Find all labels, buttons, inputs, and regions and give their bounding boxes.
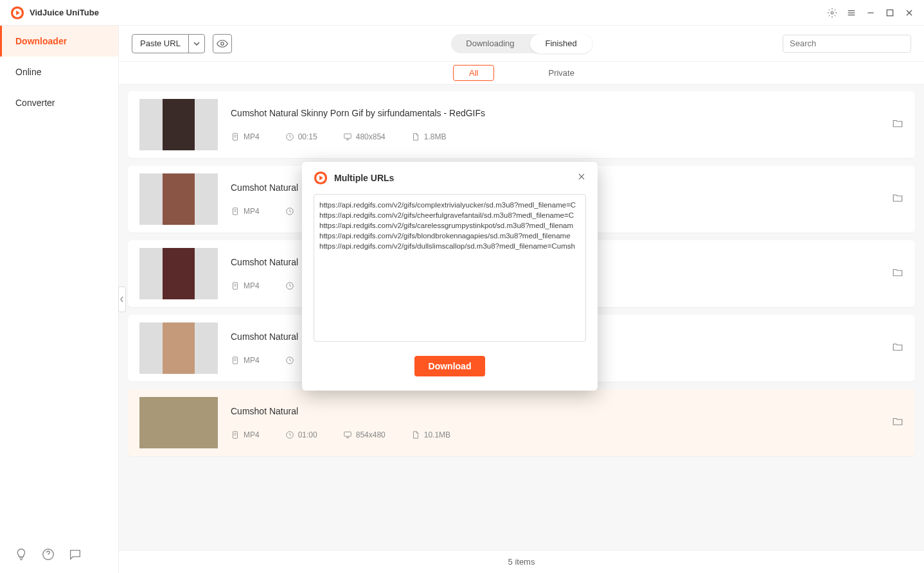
paste-url-label: Paste URL bbox=[132, 35, 189, 53]
item-title: Cumshot Natural bbox=[231, 406, 879, 416]
thumbnail bbox=[139, 397, 218, 448]
meta-resolution: 854x480 bbox=[343, 430, 386, 439]
meta-format: MP4 bbox=[231, 132, 260, 141]
open-folder-icon[interactable] bbox=[892, 118, 903, 132]
meta-size: 10.1MB bbox=[411, 430, 450, 439]
meta-duration: 00:15 bbox=[285, 132, 317, 141]
minimize-icon[interactable] bbox=[861, 3, 880, 22]
meta-size: 1.8MB bbox=[411, 132, 447, 141]
app-title: VidJuice UniTube bbox=[30, 8, 99, 17]
thumbnail bbox=[139, 99, 218, 150]
modal-title: Multiple URLs bbox=[334, 173, 394, 183]
meta-format: MP4 bbox=[231, 207, 260, 216]
open-folder-icon[interactable] bbox=[892, 267, 903, 281]
status-bar: 5 items bbox=[119, 550, 924, 573]
list-item[interactable]: Cumshot Natural Skinny Porn Gif by sirfu… bbox=[128, 91, 915, 158]
thumbnail bbox=[139, 248, 218, 299]
status-segmented: Downloading Finished bbox=[450, 34, 592, 53]
meta-resolution: 480x854 bbox=[343, 132, 386, 141]
meta-duration bbox=[285, 356, 294, 365]
maximize-icon[interactable] bbox=[880, 3, 900, 22]
item-meta: MP400:15480x8541.8MB bbox=[231, 132, 879, 141]
toolbar: Paste URL Downloading Finished bbox=[119, 26, 924, 62]
open-folder-icon[interactable] bbox=[892, 416, 903, 430]
close-icon[interactable] bbox=[900, 3, 919, 22]
filter-tab-all[interactable]: All bbox=[453, 65, 494, 81]
thumbnail bbox=[139, 322, 218, 374]
titlebar: VidJuice UniTube bbox=[0, 0, 924, 26]
item-count: 5 items bbox=[508, 557, 535, 567]
paste-url-button[interactable]: Paste URL bbox=[132, 34, 205, 53]
preview-button[interactable] bbox=[213, 34, 232, 53]
sidebar-item-converter[interactable]: Converter bbox=[0, 87, 118, 118]
chevron-down-icon[interactable] bbox=[189, 42, 204, 46]
thumbnail bbox=[139, 173, 218, 225]
meta-duration bbox=[285, 207, 294, 216]
modal-logo bbox=[314, 171, 328, 185]
svg-point-2 bbox=[831, 12, 833, 14]
sidebar-item-downloader[interactable]: Downloader bbox=[0, 26, 118, 57]
sidebar: Downloader Online Converter bbox=[0, 26, 119, 573]
modal-header: Multiple URLs bbox=[302, 162, 598, 194]
urls-textarea[interactable] bbox=[314, 194, 586, 342]
open-folder-icon[interactable] bbox=[892, 341, 903, 355]
open-folder-icon[interactable] bbox=[892, 192, 903, 206]
filter-tab-private[interactable]: Private bbox=[533, 66, 589, 80]
feedback-icon[interactable] bbox=[68, 547, 82, 561]
sidebar-collapse-handle[interactable] bbox=[118, 286, 126, 312]
menu-icon[interactable] bbox=[842, 3, 861, 22]
segment-downloading[interactable]: Downloading bbox=[450, 34, 529, 53]
segment-finished[interactable]: Finished bbox=[530, 34, 592, 53]
meta-format: MP4 bbox=[231, 281, 260, 290]
svg-rect-16 bbox=[344, 134, 351, 138]
list-item[interactable]: Cumshot Natural MP401:00854x48010.1MB bbox=[128, 389, 915, 456]
download-button[interactable]: Download bbox=[414, 356, 486, 376]
filter-tabs: All Private bbox=[119, 62, 924, 85]
lightbulb-icon[interactable] bbox=[14, 547, 28, 561]
meta-duration: 01:00 bbox=[285, 430, 317, 439]
meta-duration bbox=[285, 281, 294, 290]
svg-rect-7 bbox=[887, 10, 893, 15]
meta-format: MP4 bbox=[231, 430, 260, 439]
meta-format: MP4 bbox=[231, 356, 260, 365]
settings-icon[interactable] bbox=[822, 3, 842, 22]
item-title: Cumshot Natural Skinny Porn Gif by sirfu… bbox=[231, 108, 879, 118]
item-meta: MP401:00854x48010.1MB bbox=[231, 430, 879, 439]
help-icon[interactable] bbox=[41, 547, 55, 561]
item-body: Cumshot Natural MP401:00854x48010.1MB bbox=[231, 406, 879, 439]
modal-close-icon[interactable] bbox=[577, 172, 586, 184]
item-body: Cumshot Natural Skinny Porn Gif by sirfu… bbox=[231, 108, 879, 141]
svg-point-11 bbox=[221, 42, 224, 45]
sidebar-item-online[interactable]: Online bbox=[0, 57, 118, 87]
sidebar-bottom bbox=[0, 536, 118, 573]
svg-rect-35 bbox=[344, 432, 351, 436]
multiple-urls-modal: Multiple URLs Download bbox=[302, 162, 598, 391]
app-logo bbox=[10, 6, 24, 20]
search-input[interactable] bbox=[783, 35, 911, 53]
